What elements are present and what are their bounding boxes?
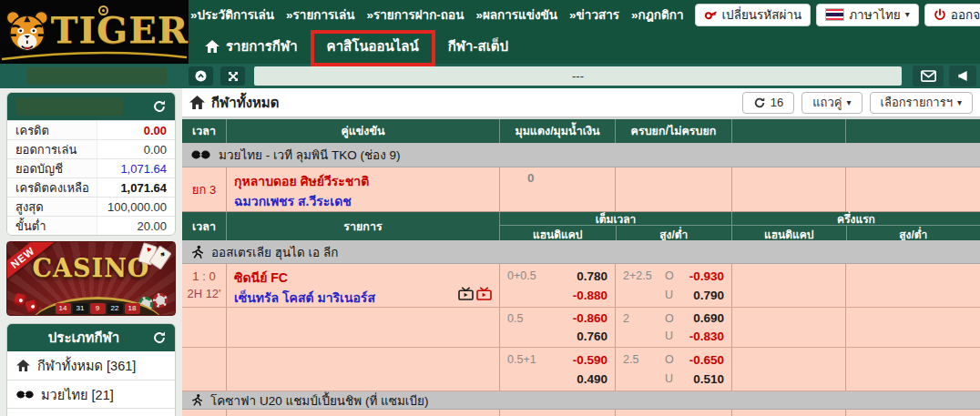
main-header: กีฬาทั้งหมด 16 แถวคู่ ▾ เลือกรายการฯ ▾ [182,88,980,117]
fh-overunder-odds-cell[interactable] [845,264,980,307]
away-team[interactable]: เซ็นทรัล โคสต์ มาริเนอร์ส [234,288,492,308]
teams-cell: ซิดนีย์ FC เซ็นทรัล โคสต์ มาริเนอร์ส [226,264,499,307]
col-group-firsthalf: ครึ่งแรก แฮนดิแคป สูง/ต่ำ [731,212,980,240]
sidebar-item-all-sports[interactable]: กีฬาทั้งหมด [361] [7,351,175,380]
link-deposit-withdraw[interactable]: »รายการฝาก-ถอน [366,5,464,25]
sound-button[interactable] [949,66,976,86]
refresh-icon [753,96,766,109]
language-button[interactable]: ภาษาไทย ▾ [816,4,919,26]
link-bet-list[interactable]: »รายการเล่น [286,5,354,25]
link-play-history[interactable]: »ประวัติการเล่น [190,5,274,25]
chevron-up-circle-icon [194,69,208,83]
home-icon [205,40,219,53]
power-icon [934,8,946,21]
next-row-partial [182,410,980,416]
league-band-muaythai[interactable]: มวยไทย - เวที ลุมพินี TKO (ช่อง 9) [182,143,980,167]
mail-button[interactable] [913,66,944,86]
rounds-odds-cell[interactable] [615,167,731,211]
odds-row: 1 : 0 2H 12' ซิดนีย์ FC เซ็นทรัล โคสต์ ม… [182,264,980,308]
home-icon [16,360,30,371]
top-links: »ประวัติการเล่น »รายการเล่น »รายการฝาก-ถ… [190,5,684,25]
collapse-up-button[interactable] [189,66,213,86]
fh-overunder-odds-cell[interactable] [845,348,980,391]
col-time: เวลา [182,212,226,240]
account-panel: เครดิต 0.00 ยอดการเล่น 0.00 ยอดบัญชี 1,0… [6,92,176,236]
col-empty [731,119,845,143]
fighters-cell[interactable]: กุหลาบดอย ศิษย์วีระชาติ ฉมวกเพชร ส.วีระเ… [226,167,499,211]
teams-cell [226,308,499,347]
match-clock: 2H 12' [187,286,220,302]
select-list-dropdown[interactable]: เลือกรายการฯ ▾ [870,92,973,114]
col-empty [845,119,980,143]
odds-row: 0.5+1-0.590 0.490 2.5O-0.650 U0.510 [182,348,980,391]
tab-casino-online[interactable]: คาสิโนออนไลน์ [314,29,432,64]
league-band-aleague[interactable]: ออสเตรเลีย ฮุนได เอ ลีก [182,240,980,264]
score-cell [182,348,226,391]
sidebar-item-muaythai[interactable]: มวยไทย [21] [7,380,175,408]
expand-button[interactable] [220,66,245,86]
empty-cell [731,167,845,211]
ft-overunder-odds-cell[interactable]: 2.5O-0.650 U0.510 [615,348,731,391]
odds-table-header: เวลา รายการ เต็มเวลา แฮนดิแคป สูง/ต่ำ คร… [182,212,980,240]
sidebar-item-partial[interactable] [7,408,175,416]
brand-logo[interactable]: TIGER [0,0,189,64]
expand-arrows-icon [227,70,240,83]
envelope-icon [921,70,936,82]
chevron-down-icon: ▾ [957,98,962,107]
fh-handicap-odds-cell[interactable] [731,308,845,347]
round-cell: ยก 3 [182,167,226,211]
live-score: 1 : 0 [192,269,215,285]
ft-handicap-odds-cell[interactable]: 0+0.50.780 -0.880 [499,264,615,307]
corner-odds-cell[interactable]: 0 [499,167,615,211]
account-row-remaining-credit: เครดิตคงเหลือ 1,071.64 [7,178,175,197]
ft-handicap-odds-cell[interactable]: 0.5-0.860 0.760 [499,308,615,347]
fh-overunder-odds-cell[interactable] [845,308,980,347]
tab-sports-list[interactable]: รายการกีฬา [192,29,311,64]
credit-value: 0.00 [97,124,175,137]
link-results[interactable]: »ผลการแข่งขัน [475,5,557,25]
balance-value: 1,071.64 [97,162,175,176]
refresh-icon[interactable] [152,99,167,114]
account-row-max: สูงสุด 100,000.00 [7,197,175,216]
main-content: กีฬาทั้งหมด 16 แถวคู่ ▾ เลือกรายการฯ ▾ [182,88,980,416]
fh-handicap-odds-cell[interactable] [731,348,845,391]
tab-bar: รายการกีฬา คาสิโนออนไลน์ กีฬา-สเต็ป [189,29,980,64]
boxing-gloves-icon [191,149,210,160]
fh-handicap-odds-cell[interactable] [731,264,845,307]
ft-overunder-odds-cell[interactable]: 2+2.5O-0.930 U0.790 [615,264,731,307]
soccer-player-icon [191,245,203,259]
ft-handicap-odds-cell[interactable]: 0.5+1-0.590 0.490 [499,348,615,391]
brand-name: TIGER [51,12,189,48]
league-band-cosafa[interactable]: โคซาฟา U20 แชมป์เปี้ยนชิพ (ที่ แซมเบีย) [182,391,980,410]
thai-flag-icon [825,8,844,21]
casino-banner[interactable]: NEW CASINO ♥ ♠ 14 31 9 22 18 [6,241,176,316]
teams-cell [226,348,499,391]
redacted-account-name [15,97,123,116]
col-group-fulltime: เต็มเวลา แฮนดิแคป สูง/ต่ำ [499,212,731,240]
account-row-min: ขั้นต่ำ 20.00 [7,216,175,235]
logout-button[interactable]: ออกจากระบบ [924,4,980,26]
key-icon [704,8,718,22]
score-cell [182,308,226,347]
ft-overunder-odds-cell[interactable]: 2O0.690 U-0.830 [615,308,731,347]
account-row-credit: เครดิต 0.00 [7,120,175,139]
red-corner-fighter: กุหลาบดอย ศิษย์วีระชาติ [234,171,492,191]
tv-red-icon[interactable] [476,287,492,300]
page: TIGER »ประวัติการเล่น »รายการเล่น »รายกา… [0,0,980,416]
live-tv-icons [458,287,492,300]
blue-corner-fighter: ฉมวกเพชร ส.วีระเดช [234,191,492,211]
home-team[interactable]: ซิดนีย์ FC [234,268,492,288]
link-rules[interactable]: »กฎกติกา [631,5,683,25]
crown-icon [98,5,108,15]
refresh-countdown-button[interactable]: 16 [742,92,794,114]
tv-icon[interactable] [458,287,474,300]
announcement-ticker[interactable]: --- [254,66,902,86]
link-news[interactable]: »ข่าวสาร [569,5,619,25]
refresh-icon[interactable] [152,330,167,345]
change-password-button[interactable]: เปลี่ยนรหัสผ่าน [695,4,812,26]
row-mode-dropdown[interactable]: แถวคู่ ▾ [801,92,862,114]
muaythai-table-header: เวลา คู่แข่งขัน มุมแดง/มุมน้ำเงิน ครบยก/… [182,119,980,143]
page-title: กีฬาทั้งหมด [189,92,280,114]
tab-sports-step[interactable]: กีฬา-สเต็ป [435,29,521,64]
remaining-credit-value: 1,071.64 [97,181,175,195]
